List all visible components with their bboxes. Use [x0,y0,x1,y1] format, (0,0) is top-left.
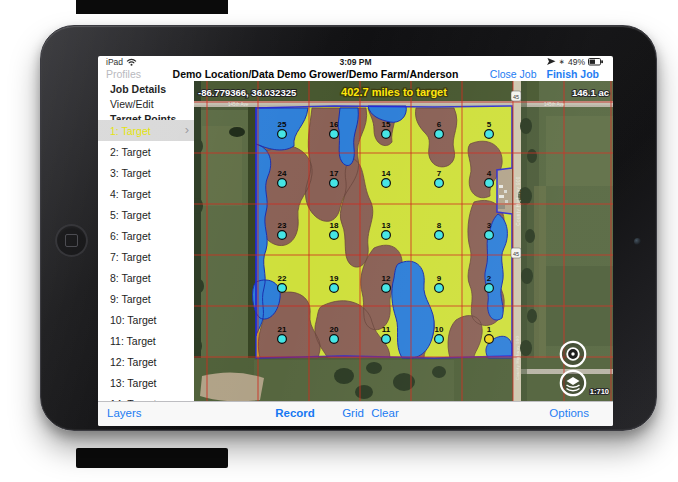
target-item-label: 1: Target [110,125,151,137]
ipad-frame: iPad 3:09 PM ∗ 49% [40,25,657,431]
layers-button-toolbar[interactable]: Layers [107,407,142,419]
close-job-button[interactable]: Close Job [490,68,537,80]
finish-job-button[interactable]: Finish Job [547,68,600,80]
target-point-number: 23 [278,221,287,230]
target-item-label: 13: Target [110,377,157,389]
home-button[interactable] [55,224,88,257]
target-marker [485,284,494,293]
target-marker [278,284,287,293]
page-title: Demo Location/Data Demo Grower/Demo Farm… [158,68,473,80]
svg-text:45: 45 [513,251,519,257]
nav-bar: Profiles Demo Location/Data Demo Grower/… [98,68,613,81]
target-point-number: 6 [437,120,442,129]
content-area: Job Details View/Edit Target Points 1: T… [98,81,613,401]
sidebar-item-job-details[interactable]: Job Details [98,83,194,95]
sidebar-target-item[interactable]: 10: Target [98,309,194,330]
chevron-right-icon: › [185,122,189,137]
road-label-vertical: County Highway 900 [516,176,521,226]
target-item-label: 5: Target [110,209,151,221]
road-label-right: 145th Ave [544,102,565,107]
sidebar-target-item[interactable]: 9: Target [98,288,194,309]
road-label-left: 145th Ave [228,102,249,107]
target-point-number: 14 [382,169,391,178]
target-point-number: 21 [278,325,287,334]
back-button-profiles[interactable]: Profiles [106,68,141,80]
background-object-bottom [76,448,228,468]
target-point-number: 12 [382,274,391,283]
target-point-number: 9 [437,274,442,283]
target-marker [382,179,391,188]
route-shield: 45 [511,91,521,101]
sidebar-target-item[interactable]: 5: Target [98,204,194,225]
target-marker [278,130,287,139]
target-point-number: 19 [330,274,339,283]
target-item-label: 4: Target [110,188,151,200]
target-marker [435,335,444,344]
location-arrow-icon [547,58,556,66]
route-shield: 45 [511,248,521,258]
bottom-toolbar: Layers Record Grid Clear Options [98,401,613,426]
target-point-number: 8 [437,221,442,230]
target-item-label: 2: Target [110,146,151,158]
layers-button[interactable] [561,371,585,395]
target-marker [435,231,444,240]
target-marker [382,231,391,240]
target-marker [485,130,494,139]
sidebar-target-item[interactable]: 4: Target [98,183,194,204]
target-marker [278,231,287,240]
target-point-number: 20 [330,325,339,334]
target-marker [485,179,494,188]
sidebar-target-item[interactable]: 13: Target [98,372,194,393]
map-scale: 1:710 [590,387,609,396]
sidebar-target-item[interactable]: 12: Target [98,351,194,372]
target-marker [435,284,444,293]
target-point-number: 11 [382,325,391,334]
target-marker [382,284,391,293]
sidebar-target-item[interactable]: 6: Target [98,225,194,246]
front-camera [634,238,641,245]
background-object-top [76,0,228,14]
gps-center-button[interactable] [561,342,585,366]
clear-button[interactable]: Clear [371,407,398,419]
home-button-glyph [65,234,78,247]
field-area: 146.1 ac [572,87,609,98]
target-point-number: 25 [278,120,287,129]
target-point-number: 2 [487,274,492,283]
options-button[interactable]: Options [549,407,589,419]
target-point-number: 4 [487,169,492,178]
record-button[interactable]: Record [275,407,315,419]
svg-text:45: 45 [513,94,519,100]
app-screen: iPad 3:09 PM ∗ 49% [98,56,613,426]
sidebar-target-item[interactable]: 1: Target› [98,120,194,141]
target-item-label: 11: Target [110,335,156,347]
target-point-number: 16 [330,120,339,129]
target-marker [330,284,339,293]
sidebar-target-item[interactable]: 11: Target [98,330,194,351]
sidebar-target-item[interactable]: 8: Target [98,267,194,288]
target-item-label: 6: Target [110,230,151,242]
target-point-number: 17 [330,169,339,178]
target-point-number: 1 [487,325,492,334]
sidebar-target-item[interactable]: 3: Target [98,162,194,183]
gps-coordinates: -86.779366, 36.032325 [198,87,297,98]
sidebar-target-item[interactable]: 2: Target [98,141,194,162]
battery-icon [588,58,604,66]
target-marker [330,335,339,344]
map-view[interactable]: 45 45 145th Ave 145th Ave County Highway… [194,81,613,401]
target-item-label: 12: Target [110,356,157,368]
sidebar-target-item[interactable]: 7: Target [98,246,194,267]
target-item-label: 7: Target [110,251,151,263]
sidebar-item-view-edit[interactable]: View/Edit [98,98,194,110]
sidebar-target-item[interactable]: 14: Target [98,393,194,401]
battery-percent: 49% [568,57,585,67]
status-bar: iPad 3:09 PM ∗ 49% [98,56,613,68]
selected-target-marker [485,335,494,344]
target-point-number: 3 [487,221,492,230]
grid-button[interactable]: Grid [342,407,364,419]
target-point-number: 7 [437,169,442,178]
target-point-number: 22 [278,274,287,283]
photo-stage: iPad 3:09 PM ∗ 49% [0,0,678,482]
target-point-number: 10 [435,325,444,334]
distance-banner: 402.7 miles to target [341,86,447,98]
sidebar: Job Details View/Edit Target Points 1: T… [98,81,194,401]
